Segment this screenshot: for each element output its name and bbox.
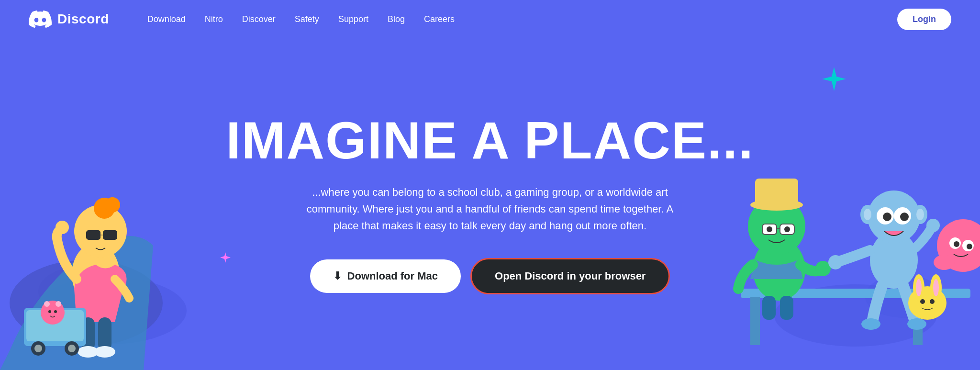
- discord-logo-icon: [29, 8, 52, 31]
- hero-buttons: ⬇ Download for Mac Open Discord in your …: [310, 258, 670, 294]
- open-browser-button[interactable]: Open Discord in your browser: [470, 258, 670, 294]
- download-icon: ⬇: [333, 270, 342, 282]
- nav-links: Download Nitro Discover Safety Support B…: [147, 14, 455, 24]
- hero-title: IMAGINE A PLACE...: [226, 114, 754, 167]
- hero-section: IMAGINE A PLACE... ...where you can belo…: [0, 38, 980, 370]
- nav-careers[interactable]: Careers: [424, 14, 455, 24]
- navigation: Discord Download Nitro Discover Safety S…: [0, 0, 980, 38]
- hero-subtitle: ...where you can belong to a school club…: [303, 184, 677, 235]
- nav-blog[interactable]: Blog: [388, 14, 405, 24]
- logo-text: Discord: [57, 11, 109, 27]
- nav-support[interactable]: Support: [338, 14, 368, 24]
- login-button[interactable]: Login: [897, 9, 951, 30]
- download-mac-label: Download for Mac: [347, 270, 438, 282]
- download-mac-button[interactable]: ⬇ Download for Mac: [310, 259, 461, 293]
- logo-link[interactable]: Discord: [29, 8, 109, 31]
- nav-nitro[interactable]: Nitro: [205, 14, 223, 24]
- nav-discover[interactable]: Discover: [242, 14, 276, 24]
- nav-download[interactable]: Download: [147, 14, 186, 24]
- nav-safety[interactable]: Safety: [295, 14, 319, 24]
